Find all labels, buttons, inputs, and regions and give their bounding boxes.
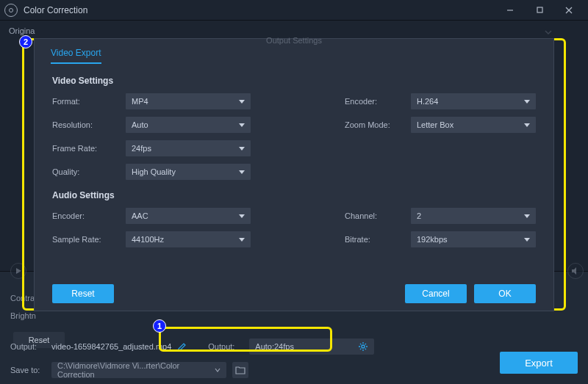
chevron-down-icon (239, 238, 245, 242)
framerate-value: 24fps (132, 144, 151, 153)
bitrate-label: Bitrate: (345, 235, 411, 244)
app-logo-icon (4, 4, 18, 17)
chevron-down-icon (524, 214, 530, 218)
quality-value: High Quality (132, 167, 176, 176)
tab-video-export[interactable]: Video Export (51, 48, 101, 64)
chevron-down-icon (215, 366, 220, 374)
output-settings-value: Auto;24fps (255, 342, 294, 351)
svg-rect-1 (537, 7, 542, 12)
resolution-select[interactable]: Auto (126, 117, 251, 133)
reset-button[interactable]: Reset (52, 284, 114, 303)
output-settings-dialog: Output Settings Video Export Video Setti… (34, 38, 554, 311)
brightness-label: Brightn (10, 311, 36, 320)
chevron-down-icon (239, 147, 245, 151)
chevron-down-icon (239, 100, 245, 104)
titlebar: Color Correction (0, 0, 588, 21)
chevron-down-icon (239, 170, 245, 174)
format-select[interactable]: MP4 (126, 93, 251, 109)
volume-button[interactable] (567, 263, 584, 279)
chevron-down-icon (524, 100, 530, 104)
annotation-badge-1: 1 (153, 319, 166, 333)
svg-marker-8 (572, 267, 576, 275)
format-value: MP4 (132, 97, 148, 106)
ok-button[interactable]: OK (474, 284, 536, 303)
chevron-down-icon (524, 238, 530, 242)
samplerate-select[interactable]: 44100Hz (126, 231, 251, 247)
svg-point-9 (362, 345, 365, 348)
open-folder-button[interactable] (232, 362, 248, 378)
saveto-path: C:\Vidmore\Vidmore Vi...rter\Color Corre… (57, 361, 215, 379)
svg-marker-7 (16, 268, 21, 274)
edit-filename-icon[interactable] (177, 341, 187, 352)
original-label: Origina (9, 26, 35, 35)
format-label: Format: (52, 97, 126, 106)
output-filename: video-1659842765_adjusted.mp4 (51, 342, 171, 351)
close-button[interactable] (554, 0, 584, 21)
minimize-button[interactable] (495, 0, 525, 21)
resolution-label: Resolution: (52, 120, 126, 129)
zoom-label: Zoom Mode: (345, 120, 411, 129)
quality-select[interactable]: High Quality (126, 164, 251, 180)
audio-encoder-label: Encoder: (52, 211, 126, 220)
audio-encoder-value: AAC (132, 211, 148, 220)
channel-value: 2 (417, 211, 421, 220)
encoder-value: H.264 (417, 97, 438, 106)
framerate-label: Frame Rate: (52, 144, 126, 153)
chevron-down-icon (239, 123, 245, 127)
contrast-label: Contra (10, 294, 36, 303)
window-title: Color Correction (24, 5, 87, 15)
chevron-down-icon (544, 28, 553, 39)
channel-label: Channel: (345, 211, 411, 220)
audio-settings-heading: Audio Settings (52, 190, 536, 200)
video-settings-heading: Video Settings (52, 76, 536, 86)
output-settings-label: Output: (208, 342, 243, 351)
output-file-label: Output: (10, 342, 46, 351)
encoder-select[interactable]: H.264 (411, 93, 536, 109)
saveto-label: Save to: (10, 366, 46, 374)
play-button[interactable] (10, 263, 26, 279)
cancel-button[interactable]: Cancel (405, 284, 467, 303)
zoom-select[interactable]: Letter Box (411, 117, 536, 133)
dialog-title: Output Settings (266, 36, 322, 45)
maximize-button[interactable] (525, 0, 554, 21)
quality-label: Quality: (52, 167, 126, 176)
saveto-dropdown[interactable]: C:\Vidmore\Vidmore Vi...rter\Color Corre… (51, 362, 226, 378)
zoom-value: Letter Box (417, 120, 453, 129)
gear-icon[interactable] (358, 341, 368, 352)
samplerate-value: 44100Hz (132, 235, 164, 244)
chevron-down-icon (524, 123, 530, 127)
annotation-badge-2: 2 (19, 35, 32, 48)
export-button[interactable]: Export (500, 352, 578, 374)
encoder-label: Encoder: (345, 97, 411, 106)
resolution-value: Auto (132, 120, 148, 129)
output-settings-box[interactable]: Auto;24fps (249, 338, 374, 355)
chevron-down-icon (239, 214, 245, 218)
channel-select[interactable]: 2 (411, 208, 536, 224)
samplerate-label: Sample Rate: (52, 235, 126, 244)
framerate-select[interactable]: 24fps (126, 140, 251, 156)
audio-encoder-select[interactable]: AAC (126, 208, 251, 224)
bitrate-select[interactable]: 192kbps (411, 231, 536, 247)
bitrate-value: 192kbps (417, 235, 448, 244)
